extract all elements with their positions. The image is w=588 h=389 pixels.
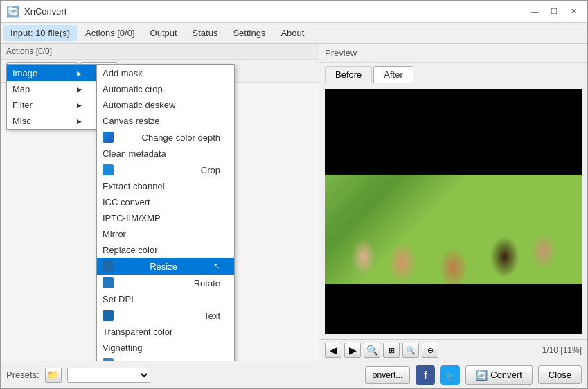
menu-actions[interactable]: Actions [0/0]	[78, 25, 142, 41]
menu-item-replace-color[interactable]: Replace color	[97, 242, 234, 258]
item-label: Watermark	[177, 359, 220, 361]
fit-button[interactable]: ⊞	[383, 343, 400, 358]
app-icon: 🔄	[6, 5, 20, 18]
item-label: Automatic deskew	[103, 100, 176, 110]
resize-icon	[103, 261, 114, 272]
item-label: Rotate	[194, 278, 220, 288]
item-label: ICC convert	[103, 197, 150, 207]
zoom-reset-button[interactable]: ⊖	[422, 343, 438, 358]
image-people	[325, 175, 582, 285]
submenu-arrow-map	[77, 85, 82, 93]
menu-item-auto-crop[interactable]: Automatic crop	[97, 81, 234, 97]
menu-item-set-dpi[interactable]: Set DPI	[97, 291, 234, 307]
menu-item-filter[interactable]: Filter	[7, 97, 96, 113]
change-color-icon	[103, 132, 114, 143]
zoom-in-button[interactable]: 🔍	[364, 343, 380, 358]
menu-status[interactable]: Status	[186, 25, 225, 41]
presets-dropdown[interactable]	[67, 368, 150, 383]
menu-item-vignetting[interactable]: Vignetting	[97, 340, 234, 356]
preview-controls: ◀ ▶ 🔍 ⊞ 🔍 ⊖ 1/10 [11%]	[319, 339, 587, 361]
menu-item-image[interactable]: Image	[7, 65, 96, 81]
prev-image-button[interactable]: ◀	[325, 343, 341, 358]
item-label: Canvas resize	[103, 116, 159, 126]
menu-item-icc-convert[interactable]: ICC convert	[97, 194, 234, 210]
menu-item-rotate[interactable]: Rotate	[97, 275, 234, 291]
item-label: Text	[204, 311, 220, 321]
preview-tabs: Before After	[319, 63, 587, 83]
menu-about[interactable]: About	[274, 25, 311, 41]
maximize-button[interactable]: ☐	[546, 5, 562, 19]
context-menu-level2: Add mask Automatic crop Automatic deskew…	[96, 64, 235, 361]
folder-icon: 📁	[47, 370, 59, 380]
item-label: IPTC-IIM/XMP	[103, 213, 161, 223]
convert-icon: 🔄	[476, 370, 488, 381]
menu-item-resize[interactable]: Resize ↖	[97, 258, 234, 275]
menu-item-add-mask[interactable]: Add mask	[97, 65, 234, 81]
next-image-button[interactable]: ▶	[344, 343, 361, 358]
item-label: Replace color	[103, 245, 158, 255]
convert-button[interactable]: 🔄 Convert	[465, 365, 533, 385]
menu-item-watermark[interactable]: Watermark	[97, 356, 234, 361]
rotate-icon	[103, 277, 114, 288]
preview-area	[325, 89, 582, 334]
menu-settings[interactable]: Settings	[226, 25, 272, 41]
preview-header: Preview	[319, 44, 587, 63]
menu-item-canvas-resize[interactable]: Canvas resize	[97, 113, 234, 129]
submenu-arrow-image	[77, 69, 82, 77]
actions-header: Actions [0/0]	[1, 44, 319, 60]
item-label: Automatic crop	[103, 84, 163, 94]
image-photo	[325, 175, 582, 285]
menu-output[interactable]: Output	[143, 25, 184, 41]
titlebar-title: XnConvert	[24, 6, 66, 17]
zoom-out-button[interactable]: 🔍	[402, 343, 419, 358]
item-label: Extract channel	[103, 181, 165, 191]
menu-item-misc[interactable]: Misc	[7, 113, 96, 129]
item-label: Change color depth	[142, 132, 220, 143]
menu-item-auto-deskew[interactable]: Automatic deskew	[97, 97, 234, 113]
text-icon	[103, 310, 114, 321]
close-window-button[interactable]: ✕	[565, 5, 582, 19]
menu-item-iptc-xmp[interactable]: IPTC-IIM/XMP	[97, 210, 234, 226]
minimize-button[interactable]: —	[526, 5, 543, 19]
image-black-top	[325, 89, 582, 175]
item-label: Mirror	[103, 229, 126, 239]
tab-after[interactable]: After	[373, 66, 413, 83]
item-label: Vignetting	[103, 343, 143, 353]
menu-item-text[interactable]: Text	[97, 307, 234, 324]
preview-image	[325, 89, 582, 334]
cursor-indicator: ↖	[213, 261, 220, 271]
image-black-bottom	[325, 284, 582, 334]
item-label: Set DPI	[103, 294, 134, 304]
submenu-arrow-misc	[77, 117, 82, 125]
menu-item-extract-channel[interactable]: Extract channel	[97, 178, 234, 194]
item-label: Resize	[150, 261, 177, 272]
submenu-arrow-filter	[77, 101, 82, 109]
menu-item-map[interactable]: Map	[7, 81, 96, 97]
titlebar: 🔄 XnConvert — ☐ ✕	[1, 1, 587, 23]
menu-item-crop[interactable]: Crop	[97, 162, 234, 178]
batch-convert-button[interactable]: onvert...	[365, 366, 410, 384]
right-panel: Preview Before After	[319, 44, 587, 361]
facebook-button[interactable]: f	[416, 365, 435, 385]
watermark-icon	[103, 358, 114, 361]
item-label: Add mask	[103, 68, 143, 78]
zoom-info: 1/10 [11%]	[542, 345, 582, 355]
tab-before[interactable]: Before	[325, 66, 372, 83]
twitter-icon: 🐦	[445, 371, 456, 381]
twitter-button[interactable]: 🐦	[440, 365, 460, 385]
main-window: 🔄 XnConvert — ☐ ✕ Input: 10 file(s) Acti…	[0, 0, 588, 389]
item-label: Transparent color	[103, 327, 172, 337]
menu-item-clean-meta[interactable]: Clean metadata	[97, 146, 234, 162]
menubar: Input: 10 file(s) Actions [0/0] Output S…	[1, 23, 587, 44]
menu-input[interactable]: Input: 10 file(s)	[3, 25, 77, 41]
close-button[interactable]: Close	[538, 365, 582, 384]
item-label: Crop	[201, 165, 220, 175]
presets-folder-button[interactable]: 📁	[45, 368, 62, 383]
menu-item-change-color[interactable]: Change color depth	[97, 129, 234, 146]
context-menu-container: Image Map Filter Misc	[6, 64, 96, 130]
item-label: Clean metadata	[103, 148, 166, 159]
menu-item-transparent[interactable]: Transparent color	[97, 324, 234, 340]
main-content: Actions [0/0] 🔹 Add action> lear all Ima…	[1, 44, 587, 361]
crop-icon	[103, 164, 114, 175]
menu-item-mirror[interactable]: Mirror	[97, 226, 234, 242]
